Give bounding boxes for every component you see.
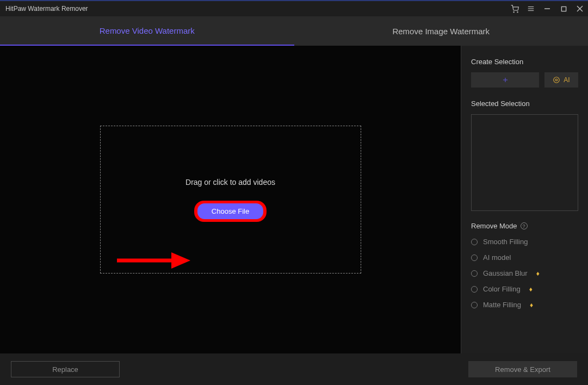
- remove-export-button[interactable]: Remove & Export: [468, 361, 577, 377]
- premium-icon: ♦: [536, 270, 540, 277]
- svg-point-1: [517, 11, 517, 12]
- replace-button[interactable]: Replace: [11, 361, 120, 377]
- help-icon[interactable]: ?: [521, 222, 528, 229]
- mode-matte-filling[interactable]: Matte Filling ♦: [471, 301, 578, 309]
- dropzone[interactable]: Drag or click to add videos Choose File: [100, 126, 361, 274]
- app-window: HitPaw Watermark Remover Remove Video Wa…: [0, 0, 588, 385]
- menu-icon[interactable]: [523, 1, 539, 16]
- mode-smooth-filling[interactable]: Smooth Filling: [471, 238, 578, 246]
- tab-image[interactable]: Remove Image Watermark: [294, 16, 589, 46]
- radio-icon: [471, 239, 478, 245]
- tab-video-label: Remove Video Watermark: [100, 26, 195, 35]
- radio-icon: [471, 302, 478, 308]
- ai-selection-button[interactable]: AI: [544, 72, 578, 88]
- radio-icon: [471, 270, 478, 277]
- mode-label: AI model: [483, 253, 511, 262]
- minimize-icon[interactable]: [539, 1, 555, 16]
- main-area: Drag or click to add videos Choose File: [0, 46, 461, 353]
- selection-toolbar: AI: [471, 72, 578, 88]
- mode-label: Color Filling: [483, 285, 521, 293]
- mode-color-filling[interactable]: Color Filling ♦: [471, 285, 578, 293]
- app-title: HitPaw Watermark Remover: [5, 5, 88, 13]
- premium-icon: ♦: [529, 285, 533, 293]
- mode-gaussian-blur[interactable]: Gaussian Blur ♦: [471, 269, 578, 277]
- mode-label: Gaussian Blur: [483, 269, 528, 277]
- choose-file-button[interactable]: Choose File: [197, 203, 263, 219]
- tab-image-label: Remove Image Watermark: [392, 27, 490, 36]
- remove-mode-title: Remove Mode ?: [471, 222, 578, 230]
- create-selection-title: Create Selection: [471, 58, 578, 66]
- mode-label: Matte Filling: [483, 301, 521, 309]
- tab-bar: Remove Video Watermark Remove Image Wate…: [0, 16, 588, 46]
- svg-point-0: [513, 11, 514, 12]
- body: Drag or click to add videos Choose File …: [0, 46, 588, 353]
- cart-icon[interactable]: [506, 1, 523, 16]
- premium-icon: ♦: [530, 301, 533, 309]
- add-selection-button[interactable]: [471, 72, 539, 88]
- tab-video[interactable]: Remove Video Watermark: [0, 16, 294, 46]
- svg-point-13: [554, 77, 560, 83]
- ai-label: AI: [564, 76, 570, 84]
- titlebar: HitPaw Watermark Remover: [0, 1, 588, 16]
- svg-point-14: [556, 79, 558, 81]
- mode-ai-model[interactable]: AI model: [471, 253, 578, 262]
- close-icon[interactable]: [572, 1, 588, 16]
- sidebar: Create Selection AI Selected Selection R…: [461, 46, 588, 353]
- remove-mode-label: Remove Mode: [471, 222, 517, 230]
- ai-icon: [553, 76, 560, 84]
- choose-file-highlight: Choose File: [194, 201, 267, 222]
- selection-preview-box: [471, 114, 578, 211]
- plus-icon: [502, 76, 509, 84]
- mode-label: Smooth Filling: [483, 238, 528, 246]
- footer: Replace Remove & Export: [0, 353, 588, 385]
- radio-icon: [471, 254, 478, 261]
- selected-selection-title: Selected Selection: [471, 100, 578, 108]
- radio-icon: [471, 286, 478, 293]
- drop-hint: Drag or click to add videos: [185, 178, 275, 187]
- svg-rect-6: [561, 7, 566, 11]
- maximize-icon[interactable]: [555, 1, 572, 16]
